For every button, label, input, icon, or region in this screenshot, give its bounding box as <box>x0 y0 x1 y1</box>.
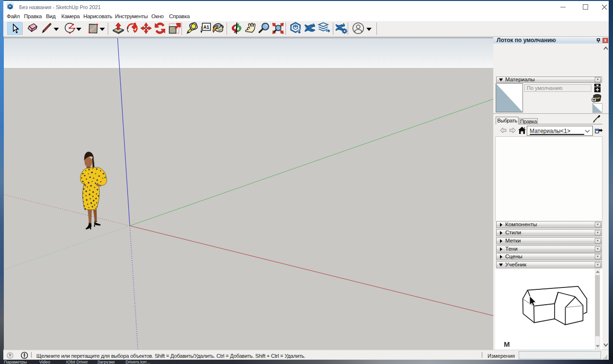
svg-text:A1: A1 <box>204 25 209 30</box>
